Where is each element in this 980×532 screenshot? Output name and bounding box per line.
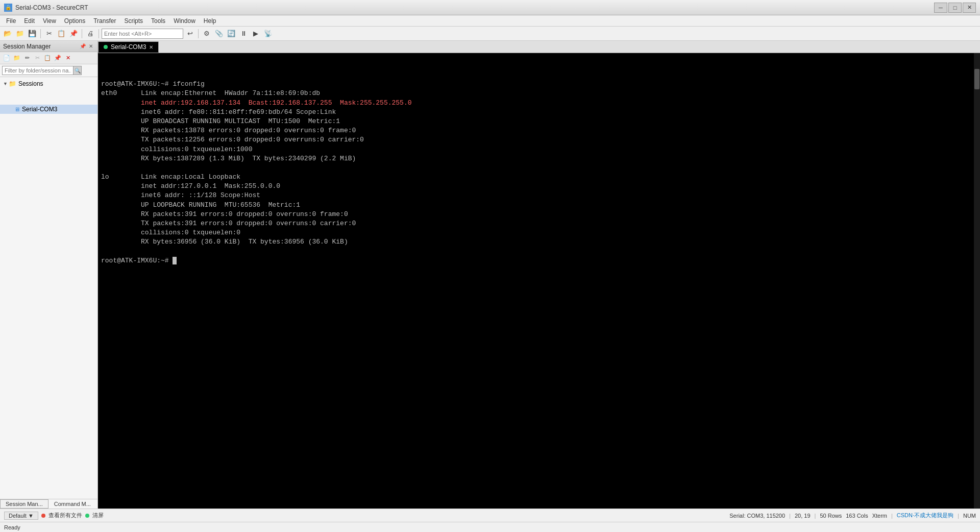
session-item-label: Serial-COM3 <box>22 106 57 113</box>
tab-serial-com3[interactable]: Serial-COM3 ✕ <box>98 41 159 53</box>
tab-active-dot <box>104 45 108 49</box>
session-panel-pin[interactable]: 📌 <box>79 43 86 49</box>
terminal-line-3: inet addr:192.168.137.134 Bcast:192.168.… <box>101 99 412 107</box>
toolbar-btn6[interactable]: 📎 <box>213 28 225 39</box>
terminal-line-lo3: inet6 addr: ::1/128 Scope:Host <box>101 191 260 199</box>
session-toolbar: 📄 📁 ✏ ✂ 📋 📌 ✕ <box>0 52 97 64</box>
toolbar-print[interactable]: 🖨 <box>85 28 96 39</box>
menu-file[interactable]: File <box>2 15 20 27</box>
session-search-input[interactable] <box>2 66 74 75</box>
session-panel: Session Manager 📌 ✕ 📄 📁 ✏ ✂ 📋 📌 ✕ 🔍 ▼ 📁 … <box>0 41 98 509</box>
toolbar-btn7[interactable]: 🔄 <box>226 28 237 39</box>
menu-help[interactable]: Help <box>200 15 220 27</box>
session-tree: ▼ 📁 Sessions 🖥 Serial-COM3 <box>0 77 97 499</box>
toolbar-paste[interactable]: 📌 <box>68 28 79 39</box>
status-left: Default ▼ 查看所有文件 清屏 <box>4 512 725 520</box>
toolbar-btn8[interactable]: ⏸ <box>238 28 249 39</box>
status-dot-red <box>41 514 45 518</box>
status-keyboard-mode: NUM <box>963 513 976 519</box>
toolbar-cut[interactable]: ✂ <box>43 28 55 39</box>
menu-transfer[interactable]: Transfer <box>89 15 120 27</box>
terminal-line-4: inet6 addr: fe80::811:e8ff:fe69:bdb/64 S… <box>101 108 336 116</box>
menu-edit[interactable]: Edit <box>20 15 39 27</box>
session-new-btn[interactable]: 📄 <box>2 54 11 63</box>
status-rows: 50 Rows <box>820 513 842 519</box>
toolbar-sep1 <box>40 29 41 38</box>
session-search-bar: 🔍 <box>0 64 97 77</box>
status-position: 20, 19 <box>795 513 811 519</box>
app-icon: 🔒 <box>4 4 12 12</box>
terminal-line-lo5: RX packets:391 errors:0 dropped:0 overru… <box>101 210 348 218</box>
status-term: Xterm <box>872 513 887 519</box>
terminal-area[interactable]: root@ATK-IMX6U:~# ifconfig eth0 Link enc… <box>98 53 980 509</box>
minimize-button[interactable]: ─ <box>934 3 947 13</box>
host-input[interactable] <box>102 29 183 39</box>
session-panel-close-icon[interactable]: ✕ <box>87 43 94 49</box>
terminal-line-lo6: TX packets:391 errors:0 dropped:0 overru… <box>101 220 356 227</box>
bottom-tab-command-man[interactable]: Command M... <box>48 499 96 509</box>
chevron-down-icon: ▼ <box>3 81 8 86</box>
session-tree-folder-sessions[interactable]: ▼ 📁 Sessions <box>0 79 97 88</box>
session-bottom-tabs: Session Man... Command M... <box>0 499 97 509</box>
toolbar-sep2 <box>82 29 82 38</box>
terminal-line-lo4: UP LOOPBACK RUNNING MTU:65536 Metric:1 <box>101 201 300 209</box>
tab-label: Serial-COM3 <box>111 43 146 51</box>
terminal-prompt: root@ATK-IMX6U:~# <box>101 257 177 264</box>
status-profile-dropdown[interactable]: Default ▼ <box>4 512 38 520</box>
terminal-icon: 🖥 <box>14 106 20 112</box>
toolbar-connect[interactable]: ↩ <box>184 28 195 39</box>
sessions-folder-label: Sessions <box>18 80 43 87</box>
toolbar-copy[interactable]: 📋 <box>56 28 67 39</box>
status-session-info: Serial: COM3, 115200 <box>729 513 785 519</box>
toolbar-sep4 <box>198 29 199 38</box>
terminal-scrollbar-thumb[interactable] <box>974 69 979 89</box>
menu-view[interactable]: View <box>39 15 60 27</box>
status-clear[interactable]: 清屏 <box>92 512 104 519</box>
session-paste-btn: 📌 <box>53 54 62 63</box>
terminal-line-1: root@ATK-IMX6U:~# ifconfig <box>101 80 205 88</box>
folder-icon: 📁 <box>9 80 16 87</box>
bottom-tab-session-man[interactable]: Session Man... <box>0 499 48 509</box>
terminal-cursor <box>173 257 177 264</box>
status-right: Serial: COM3, 115200 | 20, 19 | 50 Rows … <box>729 512 976 519</box>
status-bar: Default ▼ 查看所有文件 清屏 Serial: COM3, 115200… <box>0 509 980 522</box>
terminal-line-lo: lo Link encap:Local Loopback <box>101 173 249 181</box>
menu-tools[interactable]: Tools <box>147 15 169 27</box>
content-area: Serial-COM3 ✕ root@ATK-IMX6U:~# ifconfig… <box>98 41 980 509</box>
toolbar-new-session[interactable]: 📂 <box>2 28 13 39</box>
session-manager-title: Session Manager <box>3 43 51 50</box>
session-delete-btn[interactable]: ✕ <box>63 54 72 63</box>
tab-bar: Serial-COM3 ✕ <box>98 41 980 53</box>
session-search-icon[interactable]: 🔍 <box>74 66 82 75</box>
menu-bar: File Edit View Options Transfer Scripts … <box>0 15 980 27</box>
menu-scripts[interactable]: Scripts <box>120 15 147 27</box>
session-panel-header: Session Manager 📌 ✕ <box>0 41 97 52</box>
toolbar-save[interactable]: 💾 <box>27 28 38 39</box>
terminal-scrollbar[interactable] <box>974 53 980 509</box>
maximize-button[interactable]: □ <box>948 3 962 13</box>
terminal-line-8: collisions:0 txqueuelen:1000 <box>101 146 256 153</box>
menu-window[interactable]: Window <box>169 15 200 27</box>
terminal-line-lo2: inet addr:127.0.0.1 Mask:255.0.0.0 <box>101 182 280 190</box>
toolbar-btn10[interactable]: 📡 <box>262 28 274 39</box>
session-tree-item-placeholder1 <box>0 88 97 96</box>
menu-options[interactable]: Options <box>60 15 89 27</box>
terminal-line-2: eth0 Link encap:Ethernet HWaddr 7a:11:e8… <box>101 89 328 97</box>
session-edit-btn[interactable]: ✏ <box>22 54 32 63</box>
tab-close-button[interactable]: ✕ <box>149 44 153 50</box>
toolbar-open[interactable]: 📁 <box>14 28 26 39</box>
toolbar-btn5[interactable]: ⚙ <box>201 28 212 39</box>
session-tree-item-placeholder2 <box>0 96 97 105</box>
session-cut-btn: ✂ <box>33 54 42 63</box>
session-folder-btn[interactable]: 📁 <box>12 54 21 63</box>
status-right-label: CSDN·不成大佬我是狗 <box>897 512 953 519</box>
terminal-line-lo8: RX bytes:36956 (36.0 KiB) TX bytes:36956… <box>101 238 348 246</box>
ready-bar: Ready <box>0 522 980 532</box>
status-view-all[interactable]: 查看所有文件 <box>48 512 82 519</box>
toolbar-btn9[interactable]: ▶ <box>250 28 261 39</box>
session-tree-item-serial-com3[interactable]: 🖥 Serial-COM3 <box>0 105 97 114</box>
session-panel-controls: 📌 ✕ <box>79 43 94 49</box>
terminal-line-6: RX packets:13878 errors:0 dropped:0 over… <box>101 127 356 134</box>
terminal-line-5: UP BROADCAST RUNNING MULTICAST MTU:1500 … <box>101 117 340 125</box>
close-button[interactable]: ✕ <box>963 3 976 13</box>
